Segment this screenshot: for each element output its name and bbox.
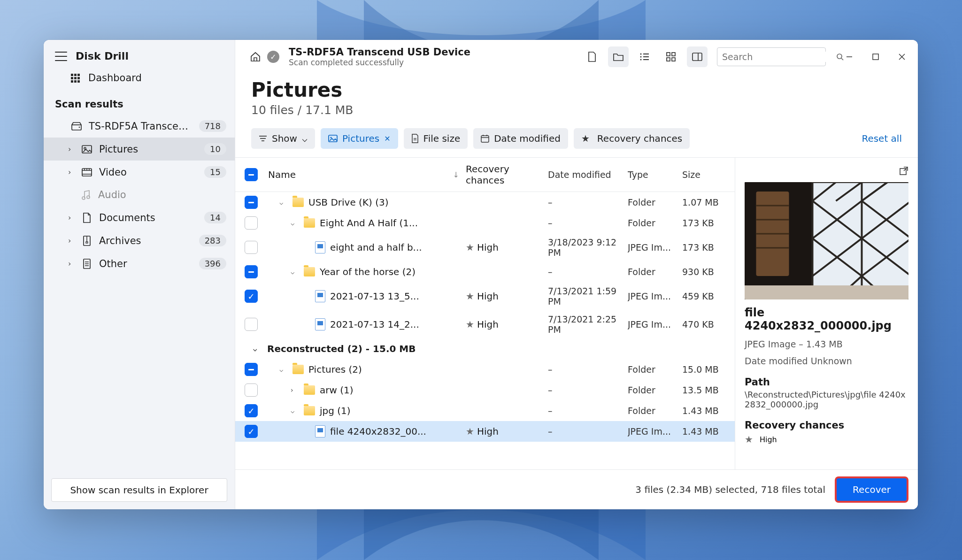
pictures-filter-chip[interactable]: Pictures✕ xyxy=(321,128,398,149)
row-checkbox[interactable] xyxy=(245,241,258,254)
file-name: 2021-07-13 14_2... xyxy=(330,319,419,330)
table-row[interactable]: ✓2021-07-13 13_5...★High7/13/2021 1:59 P… xyxy=(235,282,735,310)
row-checkbox[interactable] xyxy=(245,216,258,230)
table-header: Name↓ Recovery chances Date modified Typ… xyxy=(235,158,735,192)
row-checkbox[interactable] xyxy=(245,384,258,397)
sidebar-item-video[interactable]: › Video 15 xyxy=(44,161,235,184)
list-view-icon[interactable] xyxy=(634,46,655,67)
search-box[interactable] xyxy=(717,47,826,66)
date-value: 7/13/2021 2:25 PM xyxy=(548,314,628,335)
pictures-icon xyxy=(81,144,92,155)
filter-label: Date modified xyxy=(494,133,561,144)
star-icon: ★ xyxy=(581,133,590,144)
tree-toggle-icon[interactable]: ⌵ xyxy=(291,268,299,276)
table-row[interactable]: ⌵USB Drive (K) (3)–Folder1.07 MB xyxy=(235,192,735,213)
panel-view-icon[interactable] xyxy=(687,46,708,67)
hamburger-icon[interactable] xyxy=(55,52,67,61)
row-checkbox[interactable]: ✓ xyxy=(245,425,258,438)
file-name: 2021-07-13 13_5... xyxy=(330,291,419,302)
folder-icon xyxy=(304,267,315,276)
minimize-button[interactable] xyxy=(843,50,856,63)
row-checkbox[interactable]: ✓ xyxy=(245,404,258,417)
dashboard-nav[interactable]: Dashboard xyxy=(44,66,235,90)
sidebar-item-archives[interactable]: › Archives 283 xyxy=(44,229,235,252)
filter-label: Recovery chances xyxy=(597,133,682,144)
table-row[interactable]: ⌵Eight And A Half (1...–Folder173 KB xyxy=(235,213,735,233)
date-value: 3/18/2023 9:12 PM xyxy=(548,237,628,258)
close-icon[interactable]: ✕ xyxy=(384,134,390,143)
datemodified-filter[interactable]: Date modified xyxy=(473,128,568,149)
tree-toggle-icon[interactable]: ⌵ xyxy=(279,366,288,373)
show-in-explorer-button[interactable]: Show scan results in Explorer xyxy=(51,478,227,502)
star-icon: ★ xyxy=(466,426,474,437)
reset-all-link[interactable]: Reset all xyxy=(862,133,902,144)
row-checkbox[interactable]: ✓ xyxy=(245,290,258,303)
recover-button[interactable]: Recover xyxy=(837,478,907,501)
file-icon xyxy=(315,318,325,330)
sidebar-badge: 15 xyxy=(204,166,226,178)
file-name: eight and a half b... xyxy=(330,242,422,253)
tree-toggle-icon[interactable]: ⌵ xyxy=(291,407,299,414)
sidebar-item-pictures[interactable]: › Pictures 10 xyxy=(44,138,235,161)
tree-toggle-icon[interactable]: ⌵ xyxy=(279,199,288,206)
row-checkbox[interactable] xyxy=(245,363,258,376)
popout-icon[interactable] xyxy=(899,166,908,176)
svg-point-1 xyxy=(79,126,80,128)
size-value: 1.07 MB xyxy=(682,197,729,207)
show-filter[interactable]: Show⌵ xyxy=(251,128,315,149)
group-label: Reconstructed (2) - 15.0 MB xyxy=(267,343,416,354)
search-input[interactable] xyxy=(722,52,836,62)
column-date[interactable]: Date modified xyxy=(548,169,628,180)
table-row[interactable]: eight and a half b...★High3/18/2023 9:12… xyxy=(235,233,735,261)
sidebar-item-label: Video xyxy=(99,167,198,178)
column-size[interactable]: Size xyxy=(682,169,729,180)
grid-view-icon[interactable] xyxy=(661,46,681,67)
row-checkbox[interactable] xyxy=(245,196,258,209)
tree-toggle-icon[interactable]: ⌵ xyxy=(291,219,299,227)
size-value: 1.43 MB xyxy=(682,406,729,416)
column-name[interactable]: Name↓ xyxy=(268,169,466,180)
size-value: 173 KB xyxy=(682,218,729,228)
sidebar: Disk Drill Dashboard Scan results TS-RDF… xyxy=(44,40,235,509)
group-header[interactable]: ⌵Reconstructed (2) - 15.0 MB xyxy=(235,338,735,359)
table-row[interactable]: ✓file 4240x2832_00...★High–JPEG Im...1.4… xyxy=(235,421,735,442)
page-subtitle: 10 files / 17.1 MB xyxy=(251,103,902,117)
table-row[interactable]: ⌵Year of the horse (2)–Folder930 KB xyxy=(235,261,735,282)
file-view-icon[interactable] xyxy=(582,46,602,67)
folder-icon xyxy=(304,385,315,395)
table-row[interactable]: 2021-07-13 14_2...★High7/13/2021 2:25 PM… xyxy=(235,310,735,338)
scan-results-header: Scan results xyxy=(44,90,235,115)
tree-toggle-icon[interactable]: › xyxy=(291,386,299,394)
home-icon[interactable] xyxy=(249,51,262,63)
size-value: 930 KB xyxy=(682,267,729,277)
select-all-checkbox[interactable] xyxy=(245,168,258,181)
chevron-right-icon: › xyxy=(68,145,75,153)
folder-icon xyxy=(292,365,304,374)
type-value: JPEG Im... xyxy=(628,426,682,437)
row-checkbox[interactable] xyxy=(245,265,258,278)
column-recovery[interactable]: Recovery chances xyxy=(466,163,548,186)
type-value: JPEG Im... xyxy=(628,242,682,253)
sidebar-item-documents[interactable]: › Documents 14 xyxy=(44,206,235,229)
column-type[interactable]: Type xyxy=(628,169,682,180)
maximize-button[interactable] xyxy=(869,50,882,63)
table-row[interactable]: ⌵Pictures (2)–Folder15.0 MB xyxy=(235,359,735,380)
folder-view-icon[interactable] xyxy=(608,46,629,67)
recovery-filter[interactable]: ★Recovery chances xyxy=(574,128,690,149)
path-value: \Reconstructed\Pictures\jpg\file 4240x28… xyxy=(745,390,908,409)
filter-label: Pictures xyxy=(342,133,379,144)
tree-toggle-icon[interactable]: ⌵ xyxy=(253,345,262,353)
sidebar-item-device[interactable]: TS-RDF5A Transcend US... 718 xyxy=(44,115,235,138)
filesize-filter[interactable]: File size xyxy=(404,128,468,149)
type-value: Folder xyxy=(628,385,682,395)
table-row[interactable]: ›arw (1)–Folder13.5 MB xyxy=(235,380,735,400)
sidebar-item-audio[interactable]: Audio xyxy=(44,184,235,206)
file-icon xyxy=(315,241,325,253)
star-icon: ★ xyxy=(466,319,474,330)
close-button[interactable] xyxy=(895,50,908,63)
type-value: Folder xyxy=(628,364,682,375)
table-row[interactable]: ✓⌵jpg (1)–Folder1.43 MB xyxy=(235,400,735,421)
row-checkbox[interactable] xyxy=(245,318,258,331)
chevron-right-icon: › xyxy=(68,259,75,268)
sidebar-item-other[interactable]: › Other 396 xyxy=(44,252,235,275)
